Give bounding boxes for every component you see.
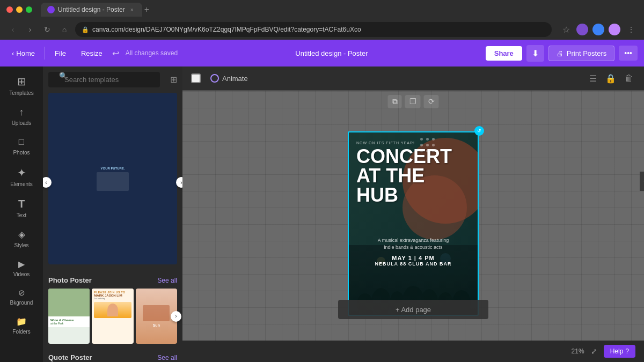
text-label: Text: [17, 212, 26, 218]
quote-poster-see-all[interactable]: See all: [157, 354, 177, 361]
sidebar-item-videos[interactable]: ▶ Videos: [0, 255, 43, 282]
animate-label: Animate: [222, 75, 248, 83]
poster-content: NOW ON ITS FIFTH YEAR! CONCERT AT THE HU…: [349, 132, 478, 275]
uploads-icon: ↑: [19, 107, 24, 118]
sidebar-item-photos[interactable]: □ Photos: [0, 132, 43, 160]
align-tool[interactable]: ☰: [587, 71, 599, 86]
more-options-button[interactable]: •••: [619, 46, 638, 61]
undo-button[interactable]: ↩: [112, 48, 119, 58]
app: ‹ Home File Resize ↩ All changes saved U…: [0, 40, 644, 362]
styles-icon: ◈: [18, 229, 25, 240]
sidebar-item-text[interactable]: T Text: [0, 194, 43, 223]
delete-tool[interactable]: 🗑: [623, 71, 635, 86]
initial-strip: YOUR FUTURE. TALENT SHOW March 2 at 8 & …: [48, 93, 177, 270]
address-bar: ‹ › ↻ ⌂ 🔒 canva.com/design/DAEJ7O0NYgM/v…: [0, 19, 644, 40]
forward-button[interactable]: ›: [24, 23, 36, 36]
toolbar-divider-1: [45, 47, 45, 60]
file-button[interactable]: File: [49, 46, 71, 61]
photo-carousel-next[interactable]: ›: [171, 311, 181, 322]
active-tab[interactable]: Untitled design - Poster ×: [41, 3, 142, 17]
extension-icon-2[interactable]: [592, 24, 604, 35]
profile-icon[interactable]: [609, 24, 620, 35]
duplicate-button[interactable]: ❐: [405, 95, 421, 108]
home-nav-button[interactable]: ⌂: [58, 23, 71, 36]
styles-label: Styles: [14, 242, 28, 248]
poster-date: MAY 1 | 4 PM: [356, 255, 470, 261]
top-carousel: YOUR FUTURE. TALENT SHOW March 2 at 8 & …: [43, 93, 182, 272]
browser-menu-button[interactable]: ⋮: [625, 23, 638, 36]
back-button[interactable]: ‹: [6, 23, 19, 36]
home-button[interactable]: ‹ Home: [6, 46, 40, 61]
photo-poster-see-all[interactable]: See all: [157, 277, 177, 284]
more-canvas-button[interactable]: ⟳: [424, 95, 439, 108]
background-label: Bkground: [10, 300, 33, 306]
help-button[interactable]: Help ?: [604, 345, 635, 358]
animate-button[interactable]: Animate: [205, 71, 253, 85]
search-icon: 🔍: [59, 72, 68, 80]
refresh-button[interactable]: ↻: [41, 23, 54, 36]
share-button[interactable]: Share: [486, 46, 522, 61]
bottom-bar: 21% ⤢ Help ?: [182, 341, 644, 362]
tab-bar: Untitled design - Poster × +: [41, 3, 151, 17]
elements-icon: ✦: [17, 166, 26, 179]
quote-poster-section: Quote Poster See all Wherever you go, no…: [43, 349, 182, 362]
url-bar[interactable]: 🔒 canva.com/design/DAEJ7O0NYgM/vK6oTZ2qg…: [75, 22, 552, 37]
home-chevron-icon: ‹: [12, 49, 14, 57]
resize-button[interactable]: Resize: [76, 46, 108, 61]
templates-icon: ⊞: [17, 75, 26, 88]
checkbox-area: [191, 73, 201, 83]
templates-panel: 🔍 ⊞ YOUR FUTURE.: [43, 67, 182, 362]
tab-title: Untitled design - Poster: [58, 6, 125, 13]
minimize-window-button[interactable]: [16, 6, 23, 13]
new-tab-button[interactable]: +: [142, 5, 151, 14]
videos-label: Videos: [13, 271, 30, 277]
sidebar-item-styles[interactable]: ◈ Styles: [0, 225, 43, 253]
sidebar-item-elements[interactable]: ✦ Elements: [0, 162, 43, 191]
uploads-label: Uploads: [12, 120, 32, 126]
close-window-button[interactable]: [6, 6, 13, 13]
title-bar: Untitled design - Poster × +: [0, 0, 644, 19]
fullscreen-button[interactable]: ⤢: [591, 347, 597, 356]
star-icon[interactable]: ☆: [560, 24, 572, 35]
extension-icon-1[interactable]: [576, 24, 588, 35]
poster-selection[interactable]: NOW ON ITS FIFTH YEAR! CONCERT AT THE HU…: [348, 131, 479, 316]
maximize-window-button[interactable]: [26, 6, 32, 13]
help-label: Help: [610, 348, 624, 355]
photo-poster-carousel: Wine & Cheese at the Park Please join us…: [48, 289, 177, 344]
tab-close-button[interactable]: ×: [128, 6, 136, 13]
sidebar-item-templates[interactable]: ⊞ Templates: [0, 71, 43, 100]
lock-tool[interactable]: 🔒: [603, 71, 618, 86]
canvas-toolbar: Animate ☰ 🔒 🗑: [182, 67, 644, 91]
photo-poster-title: Photo Poster: [48, 276, 92, 284]
search-container: 🔍: [48, 72, 166, 87]
sidebar-item-background[interactable]: ⊘ Bkground: [0, 284, 43, 310]
canvas-area: Animate ☰ 🔒 🗑 ⧉ ❐ ⟳: [182, 67, 644, 362]
url-text: canva.com/design/DAEJ7O0NYgM/vK6oTZ2qgq7…: [92, 26, 361, 33]
download-button[interactable]: ⬇: [526, 45, 544, 62]
tab-favicon: [47, 6, 55, 13]
add-page-label: + Add page: [396, 306, 431, 314]
select-checkbox[interactable]: [191, 73, 201, 83]
quote-poster-title: Quote Poster: [48, 353, 92, 361]
zoom-level: 21%: [572, 348, 584, 355]
sidebar-item-uploads[interactable]: ↑ Uploads: [0, 102, 43, 130]
add-page-bar[interactable]: + Add page: [338, 300, 488, 319]
template-card-initial-1[interactable]: YOUR FUTURE.: [48, 93, 177, 264]
filter-button[interactable]: ⊞: [170, 75, 177, 85]
folders-icon: 📁: [16, 316, 27, 327]
copy-page-button[interactable]: ⧉: [388, 95, 402, 108]
canvas-controls: ⧉ ❐ ⟳: [388, 95, 439, 108]
print-label: Print Posters: [567, 49, 606, 57]
template-card-wine[interactable]: Wine & Cheese at the Park: [48, 289, 90, 344]
print-button[interactable]: 🖨 Print Posters: [548, 46, 614, 61]
text-icon: T: [18, 198, 25, 210]
videos-icon: ▶: [18, 259, 25, 269]
saved-status: All changes saved: [126, 49, 178, 57]
sidebar-item-folders[interactable]: 📁 Folders: [0, 312, 43, 339]
poster-title: CONCERT AT THE HUB: [356, 147, 470, 205]
template-card-mark[interactable]: Please join us to MARK JASON LIM 1st bir…: [92, 289, 133, 344]
poster-venue: NEBULA 88 CLUB AND BAR: [356, 261, 470, 267]
canvas-wrapper: ⧉ ❐ ⟳: [182, 91, 644, 341]
collapse-panel-button[interactable]: ‹: [640, 172, 644, 191]
photo-poster-header: Photo Poster See all: [48, 272, 177, 289]
